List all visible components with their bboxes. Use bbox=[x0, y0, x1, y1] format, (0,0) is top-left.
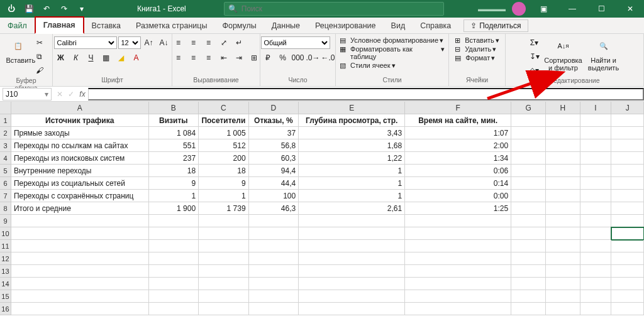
cell[interactable] bbox=[611, 152, 644, 165]
cell[interactable] bbox=[11, 227, 149, 240]
cell[interactable] bbox=[546, 265, 580, 278]
col-header[interactable]: C bbox=[199, 102, 249, 114]
cell[interactable] bbox=[199, 227, 249, 240]
cell[interactable] bbox=[580, 190, 612, 202]
cell[interactable] bbox=[511, 165, 546, 177]
font-size-select[interactable]: 12 bbox=[118, 36, 141, 49]
row-header[interactable]: 12 bbox=[0, 252, 11, 265]
merge-icon[interactable]: ⊞ bbox=[247, 51, 261, 64]
cell[interactable]: Переходы с сохранённых страниц bbox=[11, 190, 149, 202]
cell[interactable]: 1:25 bbox=[405, 202, 511, 215]
border-icon[interactable]: ▦ bbox=[99, 51, 113, 64]
row-header[interactable]: 2 bbox=[0, 127, 11, 139]
cell[interactable] bbox=[299, 265, 405, 278]
cell[interactable] bbox=[199, 303, 249, 315]
cell[interactable]: 94,4 bbox=[249, 165, 299, 177]
cell[interactable] bbox=[199, 215, 249, 227]
cell[interactable] bbox=[511, 215, 546, 227]
col-header[interactable]: F bbox=[405, 102, 511, 114]
cell[interactable]: Глубина просмотра, стр. bbox=[299, 114, 405, 127]
align-left-icon[interactable]: ≡ bbox=[172, 51, 186, 64]
cell[interactable]: 37 bbox=[249, 127, 299, 139]
cell[interactable] bbox=[546, 278, 580, 290]
cell[interactable]: 1 bbox=[199, 190, 249, 202]
cell[interactable] bbox=[511, 303, 546, 315]
cell[interactable] bbox=[611, 190, 644, 202]
cell[interactable]: 60,3 bbox=[249, 152, 299, 165]
cell[interactable] bbox=[511, 152, 546, 165]
bold-icon[interactable]: Ж bbox=[54, 51, 68, 64]
row-header[interactable]: 10 bbox=[0, 227, 11, 240]
cell[interactable] bbox=[149, 303, 199, 315]
cell[interactable] bbox=[511, 227, 546, 240]
cell[interactable]: Переходы из поисковых систем bbox=[11, 152, 149, 165]
cell[interactable]: 56,8 bbox=[249, 139, 299, 152]
cell[interactable]: 1:07 bbox=[405, 127, 511, 139]
cell[interactable]: Время на сайте, мин. bbox=[405, 114, 511, 127]
cell[interactable] bbox=[405, 252, 511, 265]
cell[interactable] bbox=[249, 265, 299, 278]
cell[interactable] bbox=[249, 278, 299, 290]
cell[interactable]: 18 bbox=[149, 165, 199, 177]
fx-icon[interactable]: fx bbox=[77, 90, 88, 99]
cell[interactable] bbox=[511, 127, 546, 139]
cell[interactable] bbox=[149, 240, 199, 252]
redo-icon[interactable]: ↷ bbox=[57, 1, 72, 16]
cancel-formula-icon[interactable]: ✕ bbox=[54, 90, 65, 99]
cell[interactable]: 3,43 bbox=[299, 127, 405, 139]
cell[interactable] bbox=[546, 139, 580, 152]
decrease-indent-icon[interactable]: ⇤ bbox=[217, 51, 231, 64]
row-header[interactable]: 7 bbox=[0, 190, 11, 202]
cell[interactable] bbox=[546, 114, 580, 127]
cell[interactable] bbox=[511, 278, 546, 290]
cell[interactable] bbox=[199, 290, 249, 303]
cell[interactable] bbox=[511, 190, 546, 202]
cell[interactable] bbox=[546, 127, 580, 139]
cell[interactable] bbox=[299, 215, 405, 227]
cell[interactable] bbox=[611, 202, 644, 215]
orientation-icon[interactable]: ⤢ bbox=[217, 36, 231, 49]
font-color-icon[interactable]: A bbox=[130, 51, 143, 64]
cell[interactable] bbox=[546, 290, 580, 303]
cell[interactable]: 44,4 bbox=[249, 177, 299, 190]
col-header[interactable]: E bbox=[299, 102, 405, 114]
cell[interactable] bbox=[611, 139, 644, 152]
autosave-toggle-icon[interactable]: ⏻ bbox=[4, 1, 19, 16]
cell[interactable]: 1 bbox=[299, 190, 405, 202]
cell[interactable]: 1,68 bbox=[299, 139, 405, 152]
copy-icon[interactable]: ⧉ bbox=[33, 50, 47, 63]
tab-формулы[interactable]: Формулы bbox=[214, 18, 264, 33]
cell[interactable] bbox=[11, 240, 149, 252]
cell[interactable] bbox=[405, 227, 511, 240]
col-header[interactable]: G bbox=[511, 102, 546, 114]
cell[interactable] bbox=[580, 227, 612, 240]
cell[interactable] bbox=[149, 252, 199, 265]
increase-font-icon[interactable]: A↑ bbox=[142, 36, 156, 49]
cell[interactable] bbox=[611, 114, 644, 127]
cell[interactable] bbox=[580, 165, 612, 177]
cell[interactable] bbox=[299, 227, 405, 240]
cell[interactable] bbox=[11, 303, 149, 315]
cell[interactable] bbox=[149, 215, 199, 227]
cell[interactable] bbox=[249, 215, 299, 227]
align-center-icon[interactable]: ≡ bbox=[187, 51, 201, 64]
tab-главная[interactable]: Главная bbox=[35, 16, 84, 34]
dec-decimal-icon[interactable]: ←.0 bbox=[321, 51, 335, 64]
cell[interactable] bbox=[299, 290, 405, 303]
row-header[interactable]: 15 bbox=[0, 290, 11, 303]
cell[interactable]: 1 900 bbox=[149, 202, 199, 215]
autosum-icon[interactable]: Σ▾ bbox=[528, 36, 541, 49]
share-button[interactable]: ⇪ Поделиться bbox=[464, 19, 528, 32]
undo-icon[interactable]: ↶ bbox=[39, 1, 54, 16]
cell[interactable] bbox=[249, 227, 299, 240]
cell[interactable] bbox=[546, 303, 580, 315]
cell[interactable] bbox=[580, 215, 612, 227]
row-header[interactable]: 6 bbox=[0, 177, 11, 190]
col-header[interactable]: H bbox=[546, 102, 580, 114]
cell[interactable] bbox=[149, 290, 199, 303]
cell[interactable] bbox=[546, 190, 580, 202]
cell[interactable] bbox=[405, 278, 511, 290]
ribbon-options-icon[interactable]: ▣ bbox=[532, 0, 555, 18]
row-header[interactable]: 16 bbox=[0, 303, 11, 315]
number-format-select[interactable]: Общий bbox=[261, 36, 330, 49]
